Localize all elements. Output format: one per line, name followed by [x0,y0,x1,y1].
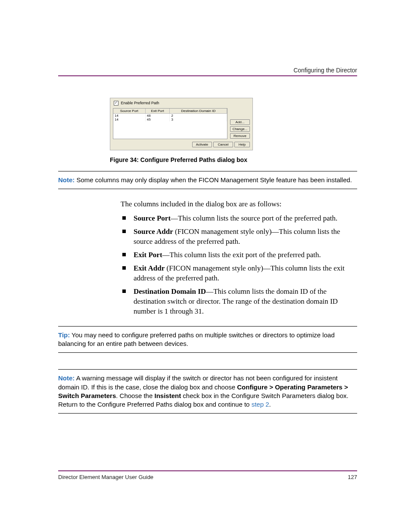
tip-label: Tip: [58,331,70,339]
running-header: Configuring the Director [58,67,357,74]
bullet-head: Exit Port [134,251,162,259]
body-paragraph: The columns included in the dialog box a… [121,199,357,209]
note-rule-bottom [58,189,357,189]
remove-button[interactable]: Remove [230,133,250,139]
cell-dest-domain: 2 [170,114,227,118]
header-rule [58,75,357,76]
cell-source-port: 14 [113,118,145,121]
list-item: Exit Addr (FICON management style only)—… [121,264,357,283]
note2-bold2: Insistent [154,392,181,399]
list-item: Source Port—This column lists the source… [121,214,357,224]
note-rule-top [58,171,357,171]
help-button[interactable]: Help [234,142,250,147]
tip-rule-top [58,326,357,327]
cancel-button[interactable]: Cancel [213,142,233,147]
list-item: Exit Port—This column lists the exit por… [121,250,357,260]
col-destination-domain-id[interactable]: Destination Domain ID [170,109,227,114]
table-row[interactable]: 14 45 3 [113,118,227,121]
list-item: Destination Domain ID—This column lists … [121,287,357,317]
note-block: Note: Some columns may only display when… [58,176,357,184]
add-button[interactable]: Add... [230,119,250,125]
activate-button[interactable]: Activate [192,142,212,147]
note-label: Note: [58,176,75,184]
step-link[interactable]: step 2 [252,401,269,408]
bullet-head: Source Addr [134,227,173,236]
col-source-port[interactable]: Source Port [113,109,145,114]
tip-text: You may need to configure preferred path… [58,331,335,347]
cell-dest-domain: 3 [170,118,227,121]
cell-source-port: 14 [113,114,145,118]
note-label: Note: [58,374,75,382]
bullet-head: Source Port [134,214,171,222]
cell-exit-port: 48 [145,114,170,118]
enable-preferred-path-label: Enable Preferred Path [121,101,159,105]
note2-t2: . Choose the [116,392,154,399]
cell-exit-port: 45 [145,118,170,121]
note2-block: Note: A warning message will display if … [58,374,357,409]
note2-t4: . [269,401,271,408]
column-descriptions-list: Source Port—This column lists the source… [121,214,357,316]
table-row[interactable]: 14 48 2 [113,114,227,118]
bullet-head: Destination Domain ID [134,287,206,296]
bullet-tail: (FICON management style only)—This colum… [134,264,345,282]
bullet-tail: —This column lists the source port of th… [171,214,337,222]
enable-preferred-path-checkbox[interactable]: ✓ [114,101,118,106]
tip-block: Tip: You may need to configure preferred… [58,331,357,348]
preferred-paths-dialog: ✓ Enable Preferred Path Source Port Exit… [110,98,253,150]
bullet-head: Exit Addr [134,264,165,272]
tip-rule-bottom [58,352,357,353]
note-text: Some columns may only display when the F… [75,176,352,184]
note2-rule-bottom [58,413,357,414]
col-exit-port[interactable]: Exit Port [145,109,170,114]
note2-rule-top [58,369,357,370]
bullet-tail: —This column lists the exit port of the … [162,251,321,259]
footer-guide-title: Director Element Manager User Guide [58,474,153,480]
change-button[interactable]: Change... [230,126,250,132]
figure-caption: Figure 34: Configure Preferred Paths dia… [110,156,357,163]
footer-rule [58,470,357,471]
list-item: Source Addr (FICON management style only… [121,227,357,247]
preferred-paths-table[interactable]: Source Port Exit Port Destination Domain… [113,108,227,139]
page-footer: Director Element Manager User Guide 127 [58,470,357,480]
footer-page-number: 127 [348,474,357,480]
